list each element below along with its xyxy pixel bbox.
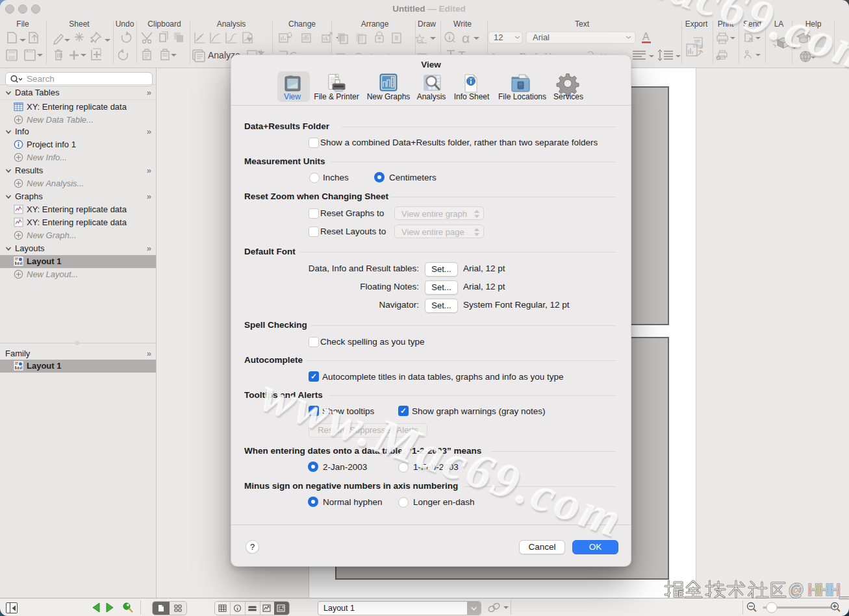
svg-text:A: A: [642, 31, 650, 42]
svg-text:@ HHH_: @ HHH_: [789, 582, 849, 598]
svg-text:bmp: bmp: [693, 43, 703, 49]
svg-text:Arial: Arial: [533, 32, 550, 42]
svg-text:α: α: [462, 31, 470, 45]
svg-text:12: 12: [494, 32, 503, 42]
